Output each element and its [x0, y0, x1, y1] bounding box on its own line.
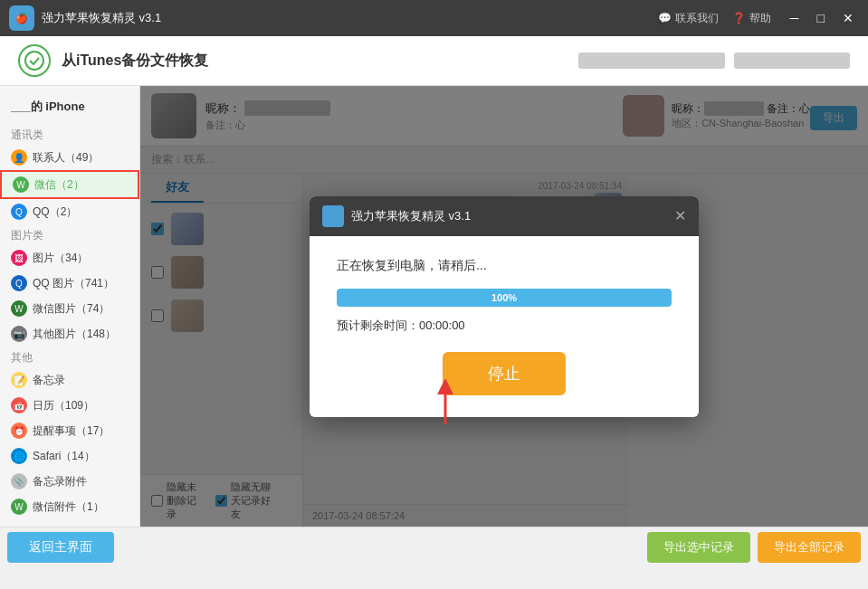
modal-title: 强力苹果恢复精灵 v3.1 — [351, 208, 667, 224]
sidebar-item-qqphoto[interactable]: Q QQ 图片（741） — [0, 271, 139, 296]
title-bar-right: 💬 联系我们 ❓ 帮助 ─ □ ✕ — [658, 11, 859, 26]
sidebar-label-note: 备忘录 — [33, 373, 65, 388]
sidebar-item-safari[interactable]: 🌐 Safari（14） — [0, 443, 139, 469]
modal-status: 正在恢复到电脑，请稍后... — [337, 258, 672, 274]
minimize-button[interactable]: ─ — [785, 11, 805, 25]
sidebar-label-wxphoto: 微信图片（74） — [33, 301, 110, 317]
sidebar: ___的 iPhone 通讯类 👤 联系人（49） W 微信（2） Q QQ（2… — [0, 86, 140, 527]
back-button[interactable]: 返回主界面 — [7, 532, 114, 563]
modal-close-button[interactable]: ✕ — [674, 207, 686, 224]
otherphotos-icon: 📷 — [11, 326, 27, 342]
modal-logo — [322, 205, 344, 227]
sidebar-category-other: 其他 — [0, 347, 139, 367]
sidebar-label-qq: QQ（2） — [33, 204, 77, 220]
bottom-bar: 返回主界面 导出选中记录 导出全部记录 — [0, 527, 868, 567]
chat-icon: 💬 — [658, 12, 672, 24]
sidebar-label-wechat: 微信（2） — [34, 177, 84, 193]
sidebar-item-photos[interactable]: 🖼 图片（34） — [0, 245, 139, 271]
header-icon — [18, 44, 51, 77]
export-all-button[interactable]: 导出全部记录 — [758, 532, 861, 563]
sidebar-label-otherphotos: 其他图片（148） — [33, 327, 116, 342]
progress-bar-fill: 100% — [337, 289, 672, 307]
title-bar-left: 🍎 强力苹果恢复精灵 v3.1 — [9, 5, 161, 31]
sidebar-label-contacts: 联系人（49） — [33, 150, 99, 166]
modal-body: 正在恢复到电脑，请稍后... 100% 预计剩余时间：00:00:00 停止 — [310, 236, 699, 417]
qq-icon: Q — [11, 204, 27, 220]
progress-label: 100% — [491, 292, 517, 303]
svg-rect-3 — [326, 209, 340, 223]
safari-icon: 🌐 — [11, 448, 27, 464]
sidebar-item-contacts[interactable]: 👤 联系人（49） — [0, 145, 139, 170]
reminder-icon: ⏰ — [11, 423, 27, 439]
device-name: ___的 iPhone — [0, 93, 139, 124]
sidebar-label-calendar: 日历（109） — [33, 398, 94, 413]
contacts-icon: 👤 — [11, 149, 27, 166]
calendar-icon: 📅 — [11, 397, 27, 413]
modal-header: 强力苹果恢复精灵 v3.1 ✕ — [310, 196, 699, 236]
qqphoto-icon: Q — [11, 275, 27, 291]
sidebar-label-reminder: 提醒事项（17） — [33, 423, 110, 439]
progress-bar-background: 100% — [337, 289, 672, 307]
header-right: ████████████ ████████ — [578, 52, 850, 69]
sidebar-label-wxatt: 微信附件（1） — [33, 499, 104, 515]
sidebar-category-comms: 通讯类 — [0, 124, 139, 145]
app-title: 强力苹果恢复精灵 v3.1 — [42, 10, 161, 26]
sidebar-item-noteatt[interactable]: 📎 备忘录附件 — [0, 469, 139, 494]
window-controls: ─ □ ✕ — [785, 11, 859, 25]
close-button[interactable]: ✕ — [837, 11, 859, 25]
sidebar-category-photos: 图片类 — [0, 224, 139, 245]
svg-text:🍎: 🍎 — [15, 12, 28, 24]
export-buttons: 导出选中记录 导出全部记录 — [647, 532, 861, 563]
maximize-button[interactable]: □ — [812, 11, 830, 25]
photos-icon: 🖼 — [11, 250, 27, 266]
export-selected-button[interactable]: 导出选中记录 — [647, 532, 750, 563]
header: 从iTunes备份文件恢复 ████████████ ████████ — [0, 36, 868, 86]
sidebar-item-wxphoto[interactable]: W 微信图片（74） — [0, 296, 139, 321]
modal-overlay: 强力苹果恢复精灵 v3.1 ✕ 正在恢复到电脑，请稍后... 100% 预计剩余… — [140, 86, 868, 527]
sidebar-label-qqphoto: QQ 图片（741） — [33, 276, 114, 291]
sidebar-item-qq[interactable]: Q QQ（2） — [0, 199, 139, 224]
sidebar-item-calendar[interactable]: 📅 日历（109） — [0, 393, 139, 418]
page-title: 从iTunes备份文件恢复 — [62, 52, 578, 71]
noteatt-icon: 📎 — [11, 473, 27, 489]
sidebar-item-wxatt[interactable]: W 微信附件（1） — [0, 494, 139, 519]
contact-button[interactable]: 💬 联系我们 — [658, 11, 719, 26]
title-bar: 🍎 强力苹果恢复精灵 v3.1 💬 联系我们 ❓ 帮助 ─ □ ✕ — [0, 0, 868, 36]
wxphoto-icon: W — [11, 300, 27, 317]
modal-time: 预计剩余时间：00:00:00 — [337, 318, 672, 334]
note-icon: 📝 — [11, 372, 27, 388]
content-area: ___的 iPhone 通讯类 👤 联系人（49） W 微信（2） Q QQ（2… — [0, 86, 868, 527]
middle-content: 昵称：██████ 备注：心 昵称：███ 备注：心 地区：CN-Shangha… — [140, 86, 868, 527]
help-button[interactable]: ❓ 帮助 — [732, 11, 771, 26]
svg-point-2 — [25, 52, 43, 70]
sidebar-item-note[interactable]: 📝 备忘录 — [0, 367, 139, 393]
wechat-icon: W — [13, 176, 29, 193]
app-logo: 🍎 — [9, 5, 34, 31]
device-info-blurred: ████████████ — [578, 52, 725, 69]
arrow-annotation — [432, 379, 459, 428]
sidebar-label-photos: 图片（34） — [33, 251, 88, 266]
sidebar-label-noteatt: 备忘录附件 — [33, 474, 87, 489]
device-info-blurred2: ████████ — [734, 52, 850, 69]
modal: 强力苹果恢复精灵 v3.1 ✕ 正在恢复到电脑，请稍后... 100% 预计剩余… — [310, 196, 699, 417]
help-icon: ❓ — [732, 12, 746, 24]
wxatt-icon: W — [11, 499, 27, 515]
sidebar-item-wechat[interactable]: W 微信（2） — [0, 170, 139, 199]
modal-stop-button[interactable]: 停止 — [443, 352, 566, 395]
sidebar-item-otherphotos[interactable]: 📷 其他图片（148） — [0, 321, 139, 347]
sidebar-item-reminder[interactable]: ⏰ 提醒事项（17） — [0, 418, 139, 443]
sidebar-label-safari: Safari（14） — [33, 449, 95, 464]
